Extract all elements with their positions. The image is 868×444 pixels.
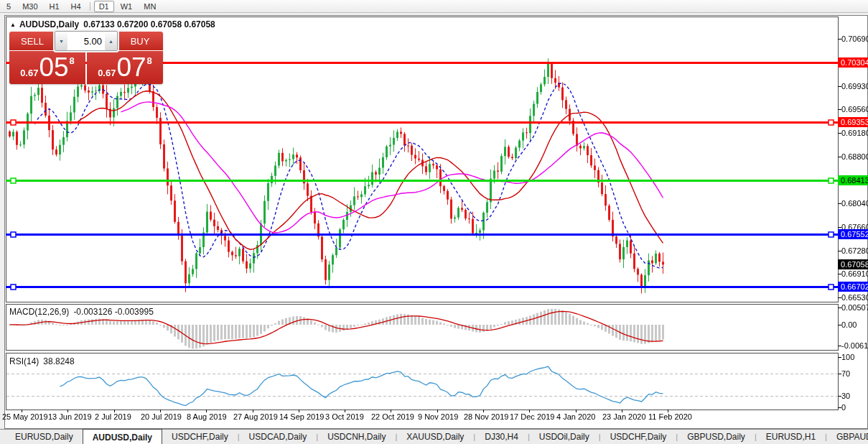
date-axis-label: 2 Jul 2019 bbox=[95, 412, 131, 421]
rsi-legend: RSI(14)38.8248 bbox=[9, 356, 75, 366]
date-axis-label: 8 Aug 2019 bbox=[187, 412, 227, 421]
date-axis-label: 13 Jun 2019 bbox=[48, 412, 92, 421]
rsi-axis-label: 70 bbox=[841, 369, 850, 378]
volume-increase-button[interactable]: ▲ bbox=[105, 32, 117, 50]
triangle-down-icon: ▼ bbox=[59, 39, 64, 44]
price-level-badge[interactable]: 0.66702 bbox=[838, 282, 868, 292]
trade-panel-top-row: SELL ▼ ▲ BUY bbox=[9, 32, 163, 50]
date-axis-label: 27 Aug 2019 bbox=[233, 412, 278, 421]
timeframe-toolbar: 5M30H1H4D1W1MN bbox=[0, 0, 868, 13]
buy-price-big-digits: 07 bbox=[116, 52, 146, 83]
chart-tab-eurusd-daily[interactable]: EURUSD,Daily bbox=[6, 430, 83, 444]
rsi-value: 38.8248 bbox=[43, 356, 74, 366]
price-level-badge[interactable]: 0.67552 bbox=[838, 229, 868, 239]
macd-axis-label: -0.006148 bbox=[841, 341, 868, 350]
timeframe-button-m30[interactable]: M30 bbox=[17, 1, 42, 12]
chart-legend: ▲AUDUSD,Daily0.67133 0.67200 0.67058 0.6… bbox=[10, 19, 215, 29]
buy-price-display[interactable]: 0.67078 bbox=[87, 51, 163, 84]
rsi-axis-label: 100 bbox=[841, 353, 854, 361]
chart-tab-usdchf-daily[interactable]: USDCHF,Daily bbox=[601, 430, 676, 444]
chart-tab-dj30-h4[interactable]: DJ30,H4 bbox=[475, 430, 528, 444]
date-axis-label: 4 Jan 2020 bbox=[556, 412, 595, 421]
buy-price-prefix: 0.67 bbox=[98, 68, 116, 78]
price-axis-label: 0.69180 bbox=[841, 129, 868, 137]
sell-price-display[interactable]: 0.67058 bbox=[9, 51, 85, 84]
volume-decrease-button[interactable]: ▼ bbox=[55, 32, 67, 50]
chart-tab-eurusd-h1[interactable]: EURUSD,H1 bbox=[757, 430, 825, 444]
chart-symbol-title: AUDUSD,Daily bbox=[19, 19, 79, 29]
timeframe-button-d1[interactable]: D1 bbox=[94, 1, 114, 12]
current-price-badge: 0.67058 bbox=[838, 259, 868, 269]
trading-terminal: 5M30H1H4D1W1MN ▲AUDUSD,Daily0.67133 0.67… bbox=[0, 0, 868, 444]
timeframe-button-mn[interactable]: MN bbox=[139, 1, 161, 12]
date-axis-label: 17 Dec 2019 bbox=[510, 412, 554, 421]
chart-tab-usdoil-daily[interactable]: USDOil,Daily bbox=[530, 430, 599, 444]
timeframe-button-h4[interactable]: H4 bbox=[66, 1, 86, 12]
timeframe-button-5[interactable]: 5 bbox=[1, 1, 16, 12]
buy-button[interactable]: BUY bbox=[117, 32, 163, 50]
trade-panel-prices: 0.67058 0.67078 bbox=[9, 51, 163, 84]
date-axis-label: 3 Oct 2019 bbox=[325, 412, 364, 421]
price-axis-label: 0.67280 bbox=[841, 246, 868, 255]
price-axis-label: 0.68040 bbox=[841, 199, 868, 208]
chart-tab-audusd-daily[interactable]: AUDUSD,Daily bbox=[83, 429, 162, 444]
date-axis-label: 9 Nov 2019 bbox=[418, 412, 458, 421]
date-axis-label: 14 Sep 2019 bbox=[279, 412, 324, 421]
date-axis-label: 28 Nov 2019 bbox=[464, 412, 508, 421]
volume-input[interactable] bbox=[67, 32, 105, 50]
triangle-up-icon: ▲ bbox=[108, 39, 113, 44]
price-axis-label: 0.69560 bbox=[841, 105, 868, 114]
sell-price-prefix: 0.67 bbox=[20, 68, 38, 78]
collapse-triangle-icon[interactable]: ▲ bbox=[10, 22, 16, 28]
sell-price-big-digits: 05 bbox=[39, 52, 68, 83]
chart-tab-bar: EURUSD,DailyAUDUSD,DailyUSDCHF,Daily|USD… bbox=[0, 429, 868, 444]
chart-tab-usdcnh-daily[interactable]: USDCNH,Daily bbox=[318, 430, 395, 444]
price-level-badge[interactable]: 0.69353 bbox=[838, 117, 868, 127]
rsi-axis-label: 30 bbox=[841, 392, 850, 400]
price-axis-label: 0.66530 bbox=[841, 293, 868, 302]
chart-tab-usdchf-daily[interactable]: USDCHF,Daily bbox=[162, 430, 238, 444]
price-level-badge[interactable]: 0.70304 bbox=[838, 57, 868, 68]
timeframe-button-h1[interactable]: H1 bbox=[45, 1, 65, 12]
price-axis-label: 0.70690 bbox=[841, 34, 868, 43]
date-axis-label: 23 Jan 2020 bbox=[602, 412, 646, 421]
date-axis-label: 22 Oct 2019 bbox=[371, 412, 414, 421]
toolbar-separator bbox=[90, 2, 90, 11]
date-axis-label: 11 Feb 2020 bbox=[648, 412, 692, 421]
date-axis-label: 20 Jul 2019 bbox=[141, 412, 182, 421]
macd-legend: MACD(12,26,9)-0.003126 -0.003995 bbox=[9, 307, 154, 317]
chart-tab-xauusd-daily[interactable]: XAUUSD,Daily bbox=[397, 430, 473, 444]
chart-ohlc-values: 0.67133 0.67200 0.67058 0.67058 bbox=[83, 19, 215, 29]
timeframe-button-w1[interactable]: W1 bbox=[116, 1, 138, 12]
buy-price-pip-digit: 8 bbox=[147, 55, 152, 66]
price-axis-label: 0.68800 bbox=[841, 152, 868, 161]
rsi-label: RSI(14) bbox=[9, 356, 39, 366]
price-level-badge[interactable]: 0.68413 bbox=[838, 175, 868, 185]
macd-axis-label: 0.005076 bbox=[841, 303, 868, 312]
one-click-trading-panel: SELL ▼ ▲ BUY 0.67058 0.67078 bbox=[9, 32, 163, 84]
chart-tab-gbpusd-daily[interactable]: GBPUSD,Daily bbox=[678, 430, 755, 444]
sell-price-pip-digit: 8 bbox=[70, 55, 75, 66]
price-axis-label: 0.66910 bbox=[841, 269, 868, 278]
price-axis-label: 0.69930 bbox=[841, 82, 868, 91]
chart-tab-usdcad-daily[interactable]: USDCAD,Daily bbox=[240, 430, 317, 444]
volume-control: ▼ ▲ bbox=[55, 31, 118, 51]
macd-values: -0.003126 -0.003995 bbox=[73, 307, 153, 317]
date-axis-label: 25 May 2019 bbox=[2, 412, 48, 421]
rsi-axis-label: 0 bbox=[841, 403, 846, 412]
macd-axis-label: 0.00 bbox=[841, 320, 857, 329]
chart-tab-gbpaud-h1[interactable]: GBPAUD,H1 bbox=[827, 430, 868, 444]
sell-button[interactable]: SELL bbox=[9, 32, 55, 50]
macd-label: MACD(12,26,9) bbox=[9, 307, 69, 317]
